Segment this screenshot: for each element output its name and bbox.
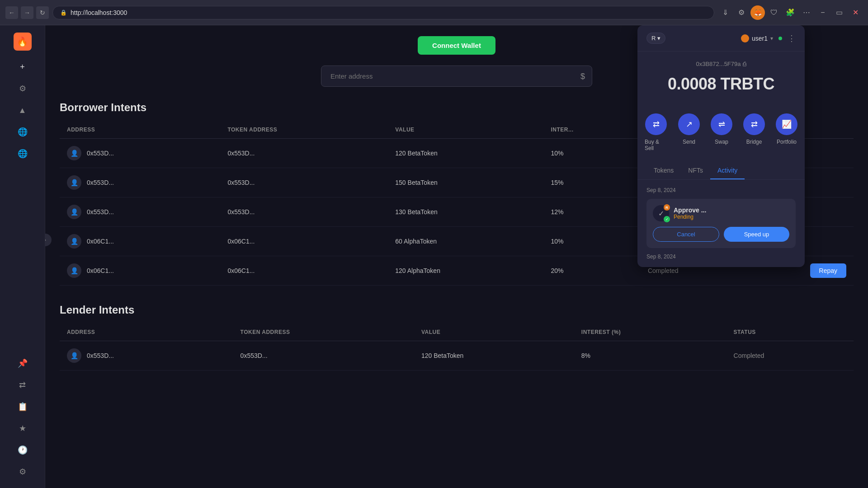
browser-chrome: ← → ↻ 🔒 http://localhost:3000 ⇓ ⚙ 🦊 🛡 🧩 … [0, 0, 868, 25]
cancel-button[interactable]: Cancel [653, 227, 719, 242]
account-chevron: ▾ [770, 35, 773, 42]
tab-nfts[interactable]: NFTs [681, 162, 710, 179]
activity-date-1: Sep 8, 2024 [646, 187, 796, 193]
sidebar-icon-list[interactable]: 📋 [14, 398, 32, 416]
bridge-action[interactable]: ⇄ Bridge [743, 113, 765, 151]
borrower-row-token-0: 0x553D... [220, 139, 388, 168]
popup-account: 0x3B872...5F79a ⎙ 0.0008 TRBTC [637, 52, 805, 113]
activity-item-info: Approve ... Pending [674, 206, 706, 220]
borrower-row-token-4: 0x06C1... [220, 256, 388, 286]
sidebar-icon-globe2[interactable]: 🌐 [14, 145, 32, 163]
sidebar-icon-settings[interactable]: ⚙ [14, 80, 32, 98]
lender-row-status-0: Completed [726, 341, 854, 371]
maximize-btn[interactable]: ▭ [832, 5, 846, 20]
forward-button[interactable]: → [21, 6, 33, 19]
close-btn[interactable]: ✕ [848, 5, 863, 20]
download-icon-btn[interactable]: ⇓ [718, 5, 732, 20]
back-button[interactable]: ← [5, 6, 18, 19]
speed-up-button[interactable]: Speed up [724, 227, 789, 242]
borrower-row-interest-0: 10% [543, 139, 640, 168]
content-area: › Connect Wallet $ Borrower Intents ADDR… [45, 25, 868, 488]
borrower-row-interest-1: 15% [543, 168, 640, 197]
borrower-row-value-1: 150 BetaToken [388, 168, 543, 197]
address-bar[interactable]: 🔒 http://localhost:3000 [52, 6, 714, 19]
send-action[interactable]: ↗ Send [678, 113, 700, 151]
activity-title: Approve ... [674, 206, 706, 214]
activity-actions: Cancel Speed up [653, 227, 789, 242]
sidebar-icon-swap[interactable]: ⇄ [14, 376, 32, 394]
user-avatar: 👤 [67, 175, 81, 190]
sidebar-icon-alert[interactable]: ▲ [14, 101, 32, 119]
online-status-dot [778, 37, 782, 40]
sidebar-expand-btn[interactable]: › [45, 234, 52, 246]
extensions-icon-btn[interactable]: ⚙ [734, 5, 749, 20]
activity-status: Pending [674, 214, 706, 220]
user-avatar: 👤 [67, 263, 81, 278]
lender-section-title: Lender Intents [60, 304, 854, 316]
shield-icon-btn[interactable]: 🛡 [767, 5, 781, 20]
copy-address-icon[interactable]: ⎙ [743, 61, 746, 67]
portfolio-label: Portfolio [777, 139, 797, 145]
r-badge: R [664, 204, 670, 211]
borrower-row-address-0: 👤 0x553D... [60, 139, 220, 168]
sidebar-icon-globe1[interactable]: 🌐 [14, 123, 32, 141]
user-avatar: 👤 [67, 234, 81, 249]
address-input[interactable] [321, 66, 592, 87]
tab-activity[interactable]: Activity [710, 162, 745, 179]
sidebar-icon-gear[interactable]: ⚙ [14, 463, 32, 481]
buy-sell-action[interactable]: ⇄ Buy & Sell [645, 113, 667, 151]
browser-nav-controls: ← → ↻ [5, 6, 49, 19]
check-overlay: ✓ [664, 216, 670, 222]
network-selector-btn[interactable]: R ▾ [646, 33, 665, 44]
lender-intents-table: ADDRESS TOKEN ADDRESS VALUE INTEREST (%)… [60, 324, 854, 371]
activity-item-header: ✓ R ✓ Approve ... Pending [653, 205, 789, 221]
account-name-header: user1 [752, 35, 768, 42]
refresh-button[interactable]: ↻ [36, 6, 49, 19]
send-label: Send [683, 139, 695, 145]
portfolio-action[interactable]: 📈 Portfolio [776, 113, 797, 151]
metamask-popup: R ▾ user1 ▾ ⋮ 0x3B872...5F79a ⎙ [637, 25, 805, 267]
repay-button[interactable]: Repay [810, 263, 846, 278]
popup-more-btn[interactable]: ⋮ [788, 33, 796, 43]
lender-col-value: VALUE [414, 324, 574, 341]
sidebar: 🔥 + ⚙ ▲ 🌐 🌐 📌 ⇄ 📋 ★ 🕐 ⚙ [0, 25, 45, 488]
balance-display: 0.0008 TRBTC [646, 75, 796, 94]
borrower-row-token-2: 0x553D... [220, 197, 388, 227]
table-row: 👤 0x553D... 0x553D... 120 BetaToken 8% C… [60, 341, 854, 371]
account-selector[interactable]: user1 ▾ [741, 34, 773, 42]
borrower-col-value: VALUE [388, 121, 543, 139]
user-avatar: 👤 [67, 348, 81, 363]
tab-tokens[interactable]: Tokens [646, 162, 681, 179]
bridge-label: Bridge [746, 139, 762, 145]
swap-action[interactable]: ⇌ Swap [711, 113, 732, 151]
lock-icon: 🔒 [60, 9, 67, 16]
puzzle-icon-btn[interactable]: 🧩 [783, 5, 797, 20]
swap-icon: ⇌ [711, 113, 732, 135]
lender-row-address-0: 👤 0x553D... [60, 341, 233, 371]
sidebar-icon-clock[interactable]: 🕐 [14, 441, 32, 459]
sidebar-icon-star[interactable]: ★ [14, 419, 32, 437]
lender-col-address: ADDRESS [60, 324, 233, 341]
borrower-row-value-2: 130 BetaToken [388, 197, 543, 227]
buy-sell-label: Buy & Sell [645, 139, 667, 151]
borrower-row-interest-3: 10% [543, 227, 640, 256]
activity-date-2: Sep 8, 2024 [646, 253, 796, 260]
popup-header-left: R ▾ [646, 33, 665, 44]
sidebar-icon-add[interactable]: + [14, 58, 32, 76]
address-input-wrapper: $ [321, 66, 592, 87]
connect-wallet-button[interactable]: Connect Wallet [418, 36, 495, 55]
network-label: R ▾ [651, 35, 660, 42]
sidebar-icon-pin[interactable]: 📌 [14, 354, 32, 372]
metamask-extension-icon[interactable]: 🦊 [750, 5, 765, 20]
bridge-icon: ⇄ [743, 113, 765, 135]
dollar-icon: $ [580, 71, 585, 81]
account-avatar-small [741, 34, 749, 42]
activity-item-1: ✓ R ✓ Approve ... Pending Cancel Speed u… [646, 199, 796, 248]
minimize-btn[interactable]: − [816, 5, 830, 20]
activity-icon-approve: ✓ R ✓ [653, 205, 669, 221]
borrower-row-address-1: 👤 0x553D... [60, 168, 220, 197]
borrower-row-value-3: 60 AlphaToken [388, 227, 543, 256]
portfolio-icon: 📈 [776, 113, 797, 135]
more-options-btn[interactable]: ⋯ [799, 5, 814, 20]
lender-col-interest: INTEREST (%) [574, 324, 726, 341]
